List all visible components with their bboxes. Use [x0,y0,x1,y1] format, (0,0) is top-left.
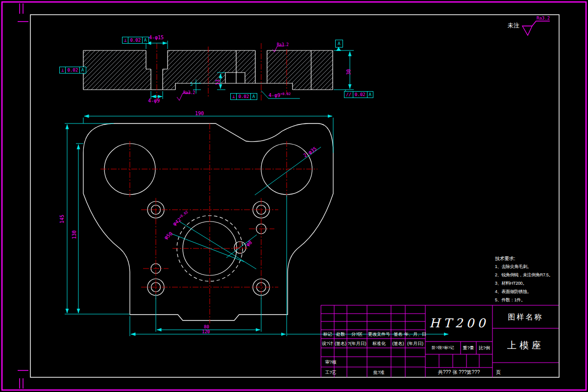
cad-drawing-sheet: 未注 Ra3.2 4-φ15 4-φ9 4-φ9+0.02 13 5 30 Ra… [0,0,588,392]
blind-hole-void [225,73,245,90]
tb-count-label: 处数 [334,330,347,339]
dim-4phi9-toleranced: 4-φ9+0.02 [269,92,291,98]
dim-190: 190 [195,111,204,116]
finish-note-value: Ra3.2 [537,16,550,21]
tb-zone-label: 分?区 [347,330,367,339]
tb-audit-label: 审?核 [321,357,341,367]
tech-req-item: 1、去除尖角毛刺。 [495,263,576,271]
gdt-value: 0.02 [128,37,143,44]
plan-center-lines [100,123,318,323]
gdt-parallelism-right: //0.02A [344,91,373,98]
plan-view [65,116,448,336]
plan-dimensions [65,116,448,336]
gdt-symbol: ⊥ [230,93,237,100]
gdt-perpendicularity-left: ⊥0.02A [60,67,86,74]
gdt-datum: A [250,93,257,100]
tb-drawing-name-label: 图样名称 [492,305,559,328]
gdt-datum: A [367,91,373,98]
finish-note-prefix: 未注 [508,23,519,28]
tb-design-label: 设?计 [321,339,334,348]
gdt-value: 0.02 [353,91,368,98]
gdt-datum: A [142,37,148,44]
tb-signature-label: 签名 [391,330,405,339]
tech-req-item: 2、锐角倒钝，未注倒角R7.5。 [495,271,576,279]
tech-req-item: 3、材料HT200。 [495,279,576,288]
tb-date2-label: ?(年月日) [347,339,367,348]
technical-requirements: 技术要求: 1、去除尖角毛刺。 2、锐角倒钝，未注倒角R7.5。 3、材料HT2… [495,254,576,304]
plan-holes [104,144,312,295]
tb-process-label: 工?艺 [321,367,341,377]
tb-sign-label: (签名) [334,339,347,348]
datum-triangle [336,47,341,51]
datum-a-box: A [335,40,343,48]
dim-145: 145 [59,215,65,223]
tb-page-label: 页 [496,368,511,377]
gdt-value: 0.02 [65,67,80,74]
roughness-top-label: Ra3.2 [277,42,289,48]
tech-req-item: 4、表面做防锈蚀。 [495,288,576,296]
gdt-value: 0.02 [236,93,251,100]
dim-5: 5 [190,82,193,87]
surface-finish-symbol [522,21,550,35]
gdt-perpendicularity-mid: ⊥0.02A [231,93,257,100]
tech-req-title: 技术要求: [495,254,576,263]
tb-weight-label: 重?量 [461,342,476,354]
tb-approve-label: 批?准 [367,367,391,377]
dim-130: 130 [72,230,77,239]
tb-change-doc-label: 更改文件号 [367,330,391,339]
dim-120: 120 [202,329,210,335]
tb-standardize-label: 标准化 [367,339,391,348]
tb-scale-label: 比?例 [476,342,492,354]
tb-part-name: 上模座 [492,328,559,363]
dim-13: 13 [215,79,220,85]
tb-material: HT200 [425,305,492,342]
gdt-datum: A [79,67,86,74]
section-view [82,41,354,100]
tb-date3-label: (年月日) [405,339,425,348]
gdt-symbol: ⊥ [122,37,128,44]
gdt-symbol: ⊥ [59,67,66,74]
tb-sheets-text: 共??? 张 ???第??? [425,368,492,377]
dim-4phi15: 4-φ15 [149,35,164,40]
tb-date-label: 年、月、日 [405,330,425,339]
gdt-symbol: // [344,91,353,98]
dim-4phi9: 4-φ9 [148,98,160,103]
tb-mark-label: 标记 [321,330,334,339]
roughness-step-label: Ra3.2 [183,90,195,96]
tb-stage-label: 阶?段?标?记 [425,342,461,354]
dim-30: 30 [346,69,351,75]
gdt-perpendicularity-top: ⊥0.02A [122,37,149,44]
tech-req-item: 5、件数：1件。 [495,296,576,304]
plan-outline [83,123,333,320]
tb-sign2-label: (签名) [391,339,405,348]
